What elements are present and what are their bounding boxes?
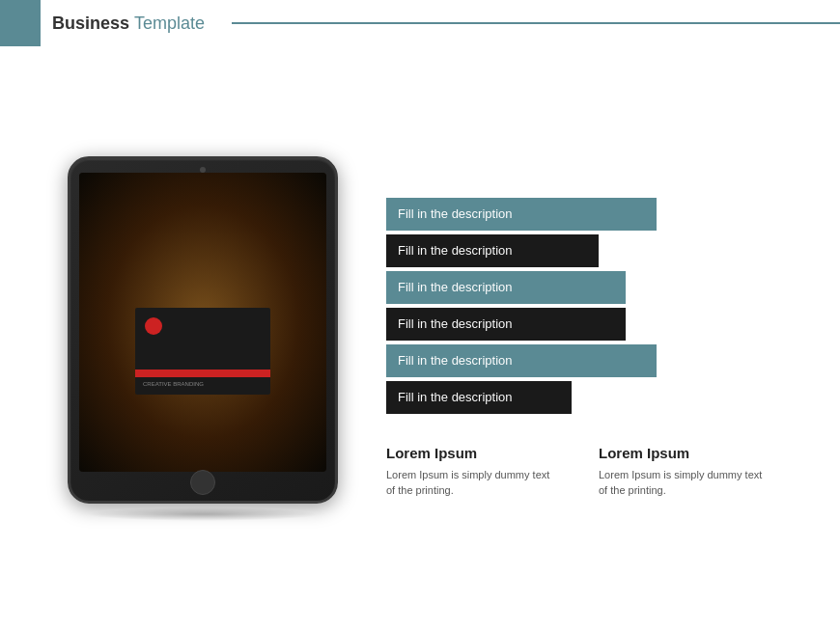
bar-2: Fill in the description: [386, 234, 599, 267]
lorem-title-2: Lorem Ipsum: [599, 445, 772, 461]
bar-5-text: Fill in the description: [398, 353, 513, 368]
lorem-title-1: Lorem Ipsum: [386, 445, 560, 461]
bar-3-text: Fill in the description: [398, 280, 513, 294]
screen-card: NaONBRAND CREATIVE BRANDING: [135, 308, 270, 395]
lorem-body-1: Lorem Ipsum is simply dummy text of the …: [386, 467, 560, 499]
right-panel: Fill in the description Fill in the desc…: [386, 178, 782, 499]
bars-container: Fill in the description Fill in the desc…: [386, 198, 782, 414]
bar-4: Fill in the description: [386, 308, 626, 341]
bar-4-text: Fill in the description: [398, 316, 513, 331]
header-title-light: Template: [134, 14, 205, 33]
bar-1-text: Fill in the description: [398, 206, 513, 221]
bar-2-text: Fill in the description: [398, 243, 513, 258]
card-sub: CREATIVE BRANDING: [143, 381, 204, 387]
lorem-body-2: Lorem Ipsum is simply dummy text of the …: [599, 467, 772, 499]
bar-6: Fill in the description: [386, 381, 572, 414]
lorem-col-1: Lorem Ipsum Lorem Ipsum is simply dummy …: [386, 445, 560, 499]
card-logo: [145, 317, 162, 335]
header-accent: [0, 0, 41, 46]
bar-5: Fill in the description: [386, 344, 657, 377]
tablet-home-button: [190, 470, 215, 495]
tablet-device: NaONBRAND CREATIVE BRANDING: [68, 156, 338, 504]
bar-1: Fill in the description: [386, 198, 657, 231]
header-line: [232, 22, 840, 24]
tablet-container: NaONBRAND CREATIVE BRANDING: [58, 156, 348, 521]
tablet-shadow: [87, 507, 319, 521]
bar-3: Fill in the description: [386, 271, 626, 304]
header-title: Business Template: [52, 14, 205, 34]
header-title-bold: Business: [52, 14, 129, 33]
lorem-col-2: Lorem Ipsum Lorem Ipsum is simply dummy …: [599, 445, 772, 499]
main-content: NaONBRAND CREATIVE BRANDING Fill in the …: [0, 46, 840, 630]
lorem-columns: Lorem Ipsum Lorem Ipsum is simply dummy …: [386, 445, 782, 499]
bar-6-text: Fill in the description: [398, 390, 513, 404]
card-stripe: [135, 370, 270, 377]
tablet-screen: NaONBRAND CREATIVE BRANDING: [79, 173, 326, 472]
header: Business Template: [0, 0, 840, 46]
